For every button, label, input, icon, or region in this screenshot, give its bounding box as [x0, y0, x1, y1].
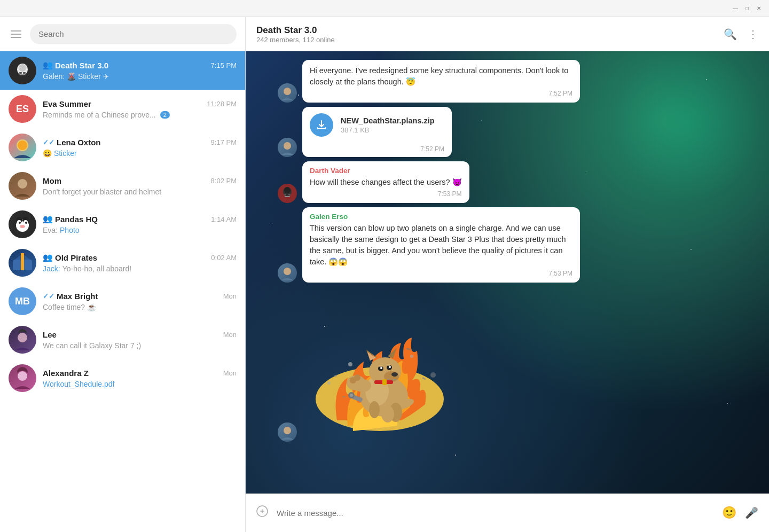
emoji-button[interactable]: 🙂	[722, 506, 736, 520]
avatar-eva: ES	[9, 95, 36, 123]
file-info: NEW_DeathStar.plans.zip 387.1 KB	[341, 116, 444, 134]
mic-button[interactable]: 🎤	[745, 506, 758, 519]
input-area: 🙂 🎤	[246, 494, 769, 532]
chat-name-mom: Mom	[43, 176, 61, 185]
maximize-button[interactable]: □	[743, 5, 751, 12]
chat-item-pandas[interactable]: 👥 Pandas HQ 1:14 AM Eva: Photo	[0, 205, 245, 244]
svg-point-2	[19, 64, 26, 72]
messages-container: Hi everyone. I've redesigned some key st…	[246, 51, 769, 494]
svg-point-45	[327, 381, 331, 385]
chat-time-pandas: 1:14 AM	[211, 215, 237, 223]
bubble-file: NEW_DeathStar.plans.zip 387.1 KB 7:52 PM	[302, 107, 452, 157]
chat-time-mom: 8:02 PM	[211, 177, 237, 185]
svg-rect-35	[288, 194, 291, 195]
chat-item-maxbright[interactable]: MB ✓✓ Max Bright Mon Coffee time? ☕	[0, 282, 245, 320]
send-icon-deathstar: ✈	[103, 73, 109, 81]
chat-item-alex[interactable]: Alexandra Z Mon Workout_Shedule.pdf	[0, 359, 245, 397]
svg-point-30	[284, 142, 291, 150]
group-icon-pandas: 👥	[43, 214, 53, 224]
chat-item-lee[interactable]: Lee Mon We can call it Galaxy Star 7 ;)	[0, 320, 245, 359]
chat-preview-lena: 😀 Sticker	[43, 149, 237, 158]
sender-name-vader: Darth Vader	[310, 167, 462, 175]
chat-name-row: 👥 Death Star 3.0 7:15 PM	[43, 60, 237, 70]
svg-point-26	[18, 371, 27, 381]
file-link-alex: Workout_Shedule.pdf	[43, 380, 114, 388]
hamburger-line	[11, 30, 21, 32]
bubble-3: Darth Vader How will these changes affec…	[302, 161, 469, 203]
chat-content-eva: Eva Summer 11:28 PM Reminds me of a Chin…	[43, 99, 237, 119]
msg-avatar-2	[278, 138, 297, 157]
chat-content-lena: ✓✓ Lena Oxton 9:17 PM 😀 Sticker	[43, 138, 237, 158]
svg-point-62	[379, 365, 383, 367]
svg-rect-34	[284, 194, 286, 195]
bubble-text-4: This version can blow up two planets on …	[310, 223, 572, 268]
chat-name-row-alex: Alexandra Z Mon	[43, 369, 237, 378]
read-receipt-lena: ✓✓	[43, 138, 54, 146]
chat-content-lee: Lee Mon We can call it Galaxy Star 7 ;)	[43, 330, 237, 350]
avatar-lena	[9, 134, 36, 161]
avatar-lee	[9, 326, 36, 354]
svg-point-18	[25, 222, 27, 224]
svg-point-40	[284, 427, 291, 434]
chat-header-subtitle: 242 members, 112 online	[256, 36, 335, 44]
search-chat-button[interactable]: 🔍	[724, 28, 737, 41]
svg-point-28	[284, 88, 291, 95]
bubble-time-4: 7:53 PM	[310, 270, 572, 277]
search-input[interactable]	[30, 24, 237, 44]
close-button[interactable]: ✕	[755, 5, 763, 12]
chat-item-lena[interactable]: ✓✓ Lena Oxton 9:17 PM 😀 Sticker	[0, 128, 245, 167]
more-options-button[interactable]: ⋮	[748, 28, 758, 41]
avatar-alex	[9, 364, 36, 392]
msg-avatar-galen	[278, 263, 297, 283]
chat-name-pandas: 👥 Pandas HQ	[43, 214, 98, 224]
menu-button[interactable]	[9, 28, 23, 40]
svg-rect-4	[23, 72, 26, 74]
file-download-button[interactable]	[310, 113, 333, 137]
chat-item-eva[interactable]: ES Eva Summer 11:28 PM Reminds me of a C…	[0, 90, 245, 128]
svg-point-10	[18, 179, 27, 189]
svg-rect-3	[19, 72, 22, 74]
group-icon-pirates: 👥	[43, 253, 53, 262]
chat-name-maxbright: ✓✓ Max Bright	[43, 292, 98, 301]
message-1: Hi everyone. I've redesigned some key st…	[278, 60, 737, 103]
chat-item-pirates[interactable]: 👥 Old Pirates 0:02 AM Jack: Yo-ho-ho, al…	[0, 244, 245, 282]
svg-rect-22	[21, 253, 24, 270]
chat-area: Death Star 3.0 242 members, 112 online 🔍…	[246, 17, 769, 532]
svg-rect-5	[20, 74, 25, 75]
svg-rect-76	[382, 379, 387, 385]
chat-item-deathstar[interactable]: 👥 Death Star 3.0 7:15 PM Galen: 🌋 Sticke…	[0, 51, 245, 90]
message-3: Darth Vader How will these changes affec…	[278, 161, 737, 203]
bubble-1: Hi everyone. I've redesigned some key st…	[302, 60, 580, 103]
bubble-time-1: 7:52 PM	[310, 90, 572, 97]
photo-link-pandas: Photo	[60, 226, 80, 234]
chat-name-row-mom: Mom 8:02 PM	[43, 176, 237, 185]
app-container: 👥 Death Star 3.0 7:15 PM Galen: 🌋 Sticke…	[0, 17, 769, 532]
chat-name-row-lena: ✓✓ Lena Oxton 9:17 PM	[43, 138, 237, 147]
jack-label: Jack:	[43, 264, 60, 273]
minimize-button[interactable]: —	[732, 5, 739, 12]
file-bubble: NEW_DeathStar.plans.zip 387.1 KB	[302, 107, 452, 143]
chat-name-row-pandas: 👥 Pandas HQ 1:14 AM	[43, 214, 237, 224]
sticker-sender-avatar	[278, 423, 297, 442]
bubble-text-3: How will these changes affect the users?…	[310, 177, 462, 188]
chat-preview-pirates: Jack: Yo-ho-ho, all aboard!	[43, 264, 237, 273]
attach-button[interactable]	[256, 505, 268, 520]
chat-item-mom[interactable]: Mom 8:02 PM Don't forget your blaster an…	[0, 167, 245, 205]
file-name: NEW_DeathStar.plans.zip	[341, 116, 444, 125]
chat-name-row-eva: Eva Summer 11:28 PM	[43, 99, 237, 108]
chat-preview-lee: We can call it Galaxy Star 7 ;)	[43, 341, 237, 350]
bubble-text-1: Hi everyone. I've redesigned some key st…	[310, 65, 572, 88]
chat-time-maxbright: Mon	[223, 292, 237, 300]
chat-header: Death Star 3.0 242 members, 112 online 🔍…	[246, 17, 769, 51]
chat-header-title: Death Star 3.0	[256, 25, 335, 36]
svg-point-19	[20, 225, 25, 228]
chat-preview-alex: Workout_Shedule.pdf	[43, 380, 237, 388]
svg-rect-36	[285, 196, 290, 197]
unread-badge-eva: 2	[160, 111, 170, 119]
window-chrome: — □ ✕	[0, 0, 769, 17]
chat-content-alex: Alexandra Z Mon Workout_Shedule.pdf	[43, 369, 237, 388]
bubble-time-3: 7:53 PM	[310, 190, 462, 198]
svg-point-73	[381, 405, 394, 423]
message-input[interactable]	[277, 508, 713, 518]
chat-name-deathstar: 👥 Death Star 3.0	[43, 60, 108, 70]
